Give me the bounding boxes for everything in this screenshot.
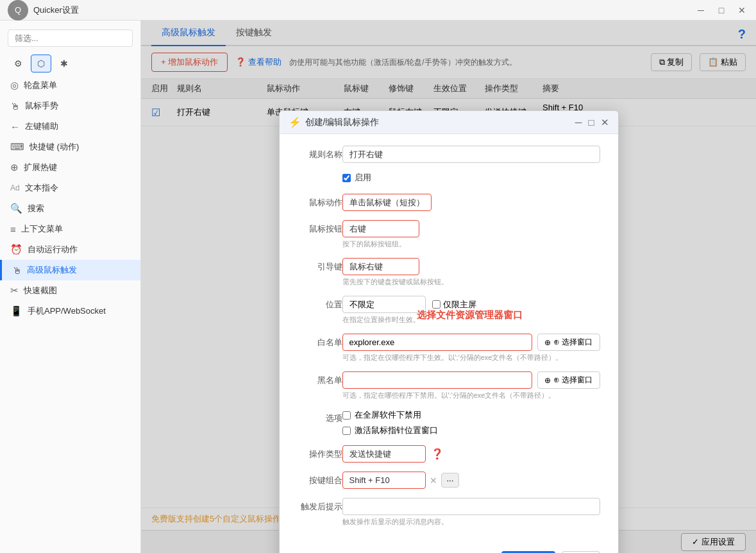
guide-key-select-wrap: 鼠标右键 [342,258,600,275]
mouse-button-label: 鼠标按钮 [298,220,342,235]
text-command-icon: Ad [10,183,20,192]
blacklist-input[interactable] [342,371,533,389]
sidebar-item-extend-hotkey[interactable]: ⊕ 扩展热键 [0,157,140,178]
sidebar-item-shortcut[interactable]: ⌨ 快捷键 (动作) [0,137,140,157]
guide-key-label: 引导键 [298,258,342,273]
sidebar-item-label: 文本指令 [25,182,58,194]
updown-menu-icon: ≡ [10,224,16,235]
adv-mouse-icon: 🖱 [12,265,22,276]
sidebar-nav: ◎ 轮盘菜单 🖱 鼠标手势 ← 左键辅助 ⌨ 快捷键 (动作) ⊕ 扩展热键 A… [0,75,140,553]
blacklist-control: ⊕ ⊕ 选择窗口 可选，指定在哪些程序下禁用。以';'分隔的exe文件名（不带路… [342,371,600,400]
quick-screenshot-icon: ✂ [10,285,19,296]
sidebar-item-label: 左键辅助 [25,121,58,132]
key-combo-clear-icon[interactable]: ✕ [430,475,437,486]
close-button[interactable]: ✕ [735,4,748,17]
guide-key-hint: 需先按下的键盘按键或鼠标按钮。 [342,277,600,287]
pos-only-main-checkbox[interactable] [432,300,441,309]
auto-action-icon: ⏰ [10,244,22,255]
sidebar-item-auto-action[interactable]: ⏰ 自动运行动作 [0,239,140,260]
mouse-button-select[interactable]: 右键 [342,220,419,237]
options-label: 选项 [298,409,342,424]
enable-row: 启用 [298,172,600,186]
left-assist-icon: ← [10,121,20,132]
dialog-maximize-button[interactable]: □ [588,117,594,128]
op-type-select[interactable]: 发送快捷键 [342,445,426,463]
enable-checkbox[interactable] [342,174,351,182]
title-bar-left: Q Quicker设置 [8,0,79,21]
blacklist-hint: 可选，指定在哪些程序下禁用。以';'分隔的exe文件名（不带路径）。 [342,391,600,400]
op-type-help-icon[interactable]: ❓ [431,448,444,460]
key-combo-label: 按键组合 [298,472,342,486]
mouse-action-label: 鼠标动作 [298,194,342,208]
sidebar-item-mouse-gesture[interactable]: 🖱 鼠标手势 [0,96,140,116]
sidebar-item-left-assist[interactable]: ← 左键辅助 [0,116,140,137]
sidebar-item-label: 上下文菜单 [21,223,63,235]
title-bar: Q Quicker设置 ─ □ ✕ [0,0,756,21]
option1-checkbox[interactable] [342,411,351,420]
position-input[interactable] [342,296,426,313]
blacklist-wrap: ⊕ ⊕ 选择窗口 [342,371,600,389]
whitelist-input[interactable] [342,334,533,351]
dialog-body: 规则名称 启用 [280,134,618,545]
whitelist-wrap: ⊕ ⊕ 选择窗口 [342,334,600,351]
pos-row: 仅限主屏 [342,296,600,313]
mouse-action-control: 单击鼠标键（短按） [342,194,600,211]
trigger-hint-note: 触发操作后显示的提示消息内容。 [342,517,600,527]
op-type-row: 操作类型 发送快捷键 ❓ [298,445,600,463]
guide-key-select[interactable]: 鼠标右键 [342,258,419,275]
sidebar-item-quick-screenshot[interactable]: ✂ 快速截图 [0,280,140,301]
position-label: 位置 [298,296,342,311]
main-layout: ⚙ ⬡ ✱ ◎ 轮盘菜单 🖱 鼠标手势 ← 左键辅助 ⌨ 快捷键 (动作) ⊕ [0,21,756,553]
options-row: 选项 在全屏软件下禁用 激活鼠标指针位置窗口 [298,409,600,436]
minimize-button[interactable]: ─ [694,4,707,17]
mouse-action-select[interactable]: 单击鼠标键（短按） [342,194,432,211]
app-title: Quicker设置 [33,4,79,16]
search-input[interactable] [8,30,133,47]
rule-name-input[interactable] [342,146,600,163]
trigger-hint-row: 触发后提示 触发操作后显示的提示消息内容。 [298,498,600,527]
sidebar-item-search[interactable]: 🔍 搜索 [0,198,140,219]
key-combo-more-button[interactable]: ··· [441,473,460,488]
sidebar-item-label: 快捷键 (动作) [29,141,79,153]
option2-label: 激活鼠标指针位置窗口 [355,425,438,436]
sidebar-header [0,26,140,52]
search-icon: 🔍 [10,203,22,214]
sidebar-icon-star[interactable]: ✱ [54,55,74,72]
extend-hotkey-icon: ⊕ [10,162,19,173]
key-combo-control: Shift + F10 ✕ ··· [342,472,600,489]
sidebar-item-text-command[interactable]: Ad 文本指令 [0,178,140,198]
content-area: 高级鼠标触发 按键触发 + 增加鼠标动作 ❓ 查看帮助 勿使用可能与其他功能（激… [141,21,756,553]
enable-text: 启用 [355,172,371,183]
mouse-button-row: 鼠标按钮 右键 按下的鼠标按钮组。 [298,220,600,249]
whitelist-row: 白名单 ⊕ ⊕ 选择窗口 可选，指定在仅哪些程序下生效。以';'分隔的exe文件… [298,334,600,362]
sidebar-icons: ⚙ ⬡ ✱ [0,52,140,75]
pos-only-main-text: 仅限主屏 [443,299,476,311]
maximize-button[interactable]: □ [715,4,728,17]
enable-control: 启用 [342,172,600,186]
select-window-button-black[interactable]: ⊕ ⊕ 选择窗口 [537,371,600,389]
sidebar-item-mobile-app[interactable]: 📱 手机APP/WebSocket [0,301,140,321]
mouse-button-select-wrap: 右键 [342,220,600,237]
key-combo-input[interactable]: Shift + F10 [342,472,426,489]
wheel-menu-icon: ◎ [10,80,19,91]
guide-key-row: 引导键 鼠标右键 需先按下的键盘按键或鼠标按钮。 [298,258,600,287]
guide-key-control: 鼠标右键 需先按下的键盘按键或鼠标按钮。 [342,258,600,287]
dialog-close-button[interactable]: ✕ [601,117,609,128]
pos-only-main-label: 仅限主屏 [432,299,476,311]
dialog-controls: ─ □ ✕ [575,117,609,128]
key-combo-wrap: Shift + F10 ✕ ··· [342,472,600,489]
sidebar-item-wheel-menu[interactable]: ◎ 轮盘菜单 [0,75,140,96]
sidebar-icon-layout[interactable]: ⬡ [31,55,51,72]
option2-checkbox[interactable] [342,427,351,435]
sidebar-item-label: 搜索 [28,203,44,214]
position-row: 位置 仅限主屏 在指定位置操作时生效。 [298,296,600,325]
trigger-hint-input[interactable] [342,498,600,515]
dialog-minimize-button[interactable]: ─ [575,117,582,128]
trigger-hint-label: 触发后提示 [298,498,342,513]
sidebar-item-updown-menu[interactable]: ≡ 上下文菜单 [0,219,140,239]
key-combo-row: 按键组合 Shift + F10 ✕ ··· [298,472,600,489]
sidebar-item-adv-mouse[interactable]: 🖱 高级鼠标触发 [0,260,140,280]
position-hint: 在指定位置操作时生效。 [342,315,600,325]
select-window-button[interactable]: ⊕ ⊕ 选择窗口 [537,334,600,351]
sidebar-icon-settings[interactable]: ⚙ [8,55,28,72]
